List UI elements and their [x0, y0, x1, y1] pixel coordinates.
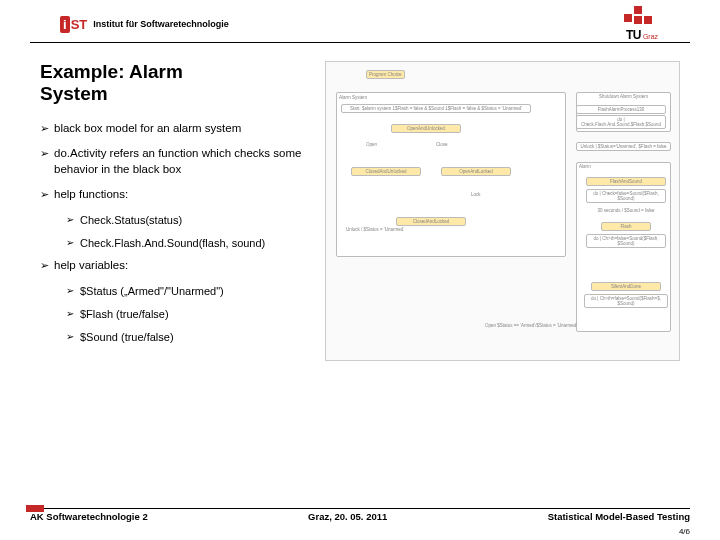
bullet-3a: Check.Status(status) [40, 213, 310, 228]
diag-flash: Flash [601, 222, 651, 231]
footer-right: Statistical Model-Based Testing [548, 511, 690, 522]
diag-flash-proc: FlashAlarmProcess130 [576, 105, 666, 114]
diag-shutdown-label: Shutdown Alarm System [579, 94, 668, 99]
diag-unlock2: Unlock | $Status='Unarmed', $Flash = fal… [576, 142, 671, 151]
diag-silent: SilentAndDone [591, 282, 661, 291]
text-column: Example: Alarm System black box model fo… [40, 61, 310, 361]
diag-check-flash: do | Check.Flash.And.Sound.$Flash.$Sound [576, 115, 666, 129]
bullet-4: help variables: [40, 258, 310, 274]
diag-open-unlocked: OpenAndUnlocked [391, 124, 461, 133]
bullet-1: black box model for an alarm system [40, 121, 310, 137]
slide-title: Example: Alarm System [40, 61, 310, 105]
bullet-3: help functions: [40, 187, 310, 203]
diag-open-label: Open [366, 142, 377, 147]
diag-closed-locked: ClosedAndLocked [396, 217, 466, 226]
diag-do-check3: do | Ch>th=false=Sound($Flash=$, $Sound) [584, 294, 668, 308]
diag-alarm-label: Alarm [579, 164, 591, 169]
footer-center: Graz, 20. 05. 2011 [308, 511, 387, 522]
title-line-1: Example: Alarm [40, 61, 183, 82]
diag-unlock-label: Unlock / $Status = 'Unarmed' [346, 227, 404, 232]
diag-do-check2: do | Ch>th=false=Sound($Flash, $Sound) [586, 234, 666, 248]
slide-header: i ST Institut für Softwaretechnologie TU… [30, 0, 690, 43]
ist-logo: i ST [60, 16, 87, 33]
tu-shape-icon [624, 6, 660, 28]
diag-lock-label: Lock [471, 192, 481, 197]
slide-content: Example: Alarm System black box model fo… [0, 43, 720, 361]
page-number: 4/6 [679, 527, 690, 536]
diag-open-status: Open $Status == 'Armed'/$Status = 'Unarm… [476, 322, 586, 329]
title-line-2: System [40, 83, 108, 104]
diag-closed-unlocked: ClosedAndUnlocked [351, 167, 421, 176]
bullet-2: do.Activity refers an function which che… [40, 146, 310, 177]
bullet-4c: $Sound (true/false) [40, 330, 310, 345]
logo-i: i [60, 16, 70, 33]
diag-do-check1: do | Check=false=Sound($Flash, $Sound) [586, 189, 666, 203]
logo-st: ST [71, 17, 88, 32]
footer-red-accent [26, 505, 44, 512]
tu-text: TU [626, 28, 641, 42]
footer-left: AK Softwaretechnologie 2 [30, 511, 148, 522]
diag-open-locked: OpenAndLocked [441, 167, 511, 176]
diag-start-action: Start: $alarm system 1$Flash = false & $… [341, 104, 531, 113]
diag-thirty: 30 seconds / $Sound = false [586, 207, 666, 214]
footer-line: AK Softwaretechnologie 2 Graz, 20. 05. 2… [30, 508, 690, 522]
bullet-4a: $Status („Armed"/"Unarmed") [40, 284, 310, 299]
diag-program-choice: Program Choice [366, 70, 405, 79]
institut-name: Institut für Softwaretechnologie [93, 19, 229, 29]
diag-alarm-system-label: Alarm System [339, 95, 367, 100]
bullet-4b: $Flash (true/false) [40, 307, 310, 322]
header-left: i ST Institut für Softwaretechnologie [60, 16, 229, 33]
diag-flash-sound: FlashAndSound [586, 177, 666, 186]
diag-close-label: Close [436, 142, 448, 147]
tu-graz: Graz [643, 33, 658, 40]
slide-footer: AK Softwaretechnologie 2 Graz, 20. 05. 2… [30, 508, 690, 522]
bullet-3b: Check.Flash.And.Sound(flash, sound) [40, 236, 310, 251]
state-diagram: Program Choice Alarm System Start: $alar… [325, 61, 680, 361]
tu-logo: TU Graz [624, 6, 660, 42]
